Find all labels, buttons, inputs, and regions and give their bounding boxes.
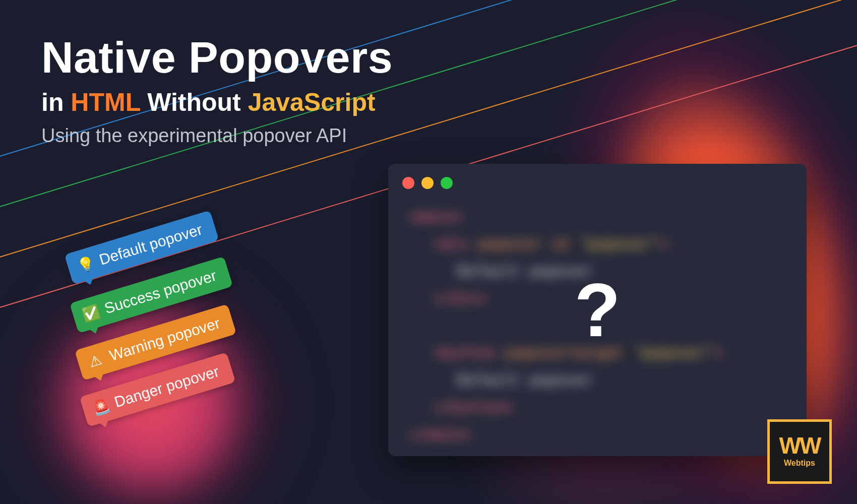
title-tagline: Using the experimental popover API [41,125,393,147]
window-maximize-icon [441,177,453,189]
siren-icon: 🚨 [90,397,110,417]
subtitle-html: HTML [71,88,140,116]
webtips-logo: WW Webtips [767,419,832,484]
title-subtitle: in HTML Without JavaScript [41,88,393,117]
subtitle-js: JavaScript [248,88,376,116]
warning-icon: ⚠ [85,350,105,371]
logo-name: Webtips [784,459,815,468]
hero-title: Native Popovers in HTML Without JavaScri… [41,34,393,147]
logo-mark: WW [779,435,820,456]
check-icon: ✅ [80,303,100,324]
window-close-icon [402,177,414,189]
question-mark-icon: ? [574,267,621,354]
window-traffic-lights [388,164,807,195]
bulb-icon: 💡 [75,255,95,275]
title-main: Native Popovers [41,34,393,81]
window-minimize-icon [421,177,434,189]
subtitle-mid: Without [140,88,248,116]
subtitle-prefix: in [41,88,71,116]
code-window: <main> <div popover id="popover"> Defaul… [388,164,807,456]
